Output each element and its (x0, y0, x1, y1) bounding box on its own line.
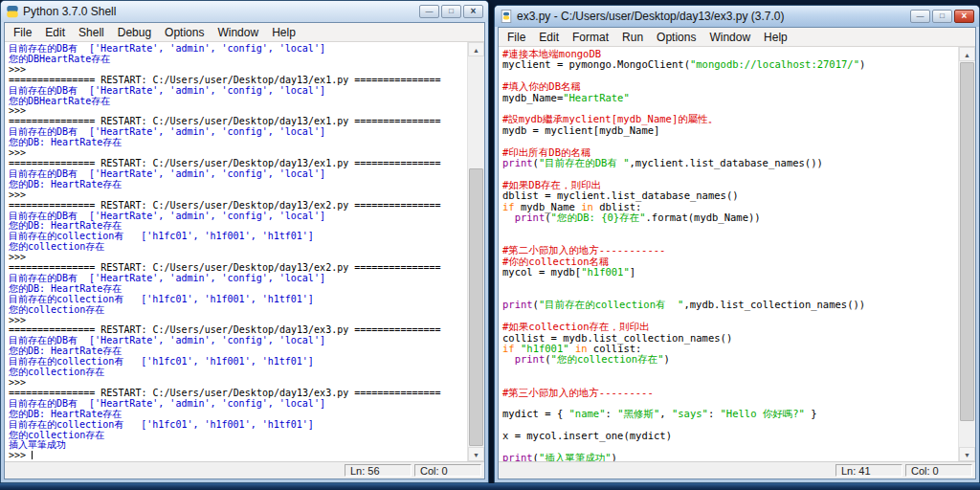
text-segment: =============== RESTART: C:/Users/user/D… (9, 262, 441, 273)
text-segment: #你的collection名稱 (502, 256, 610, 267)
menu-item-options[interactable]: Options (650, 29, 702, 46)
text-segment: print (502, 157, 533, 168)
text-segment: =============== RESTART: C:/Users/user/D… (9, 116, 441, 126)
text-segment: >>> (9, 64, 32, 75)
shell-scrollbar-thumb[interactable] (469, 168, 483, 446)
code-line (502, 278, 959, 289)
menu-item-edit[interactable]: Edit (38, 24, 72, 41)
menu-item-file[interactable]: File (7, 24, 38, 41)
menu-item-run[interactable]: Run (615, 29, 650, 46)
text-segment: #連接本地端mongoDB (502, 48, 601, 59)
menu-item-debug[interactable]: Debug (111, 24, 158, 41)
text-segment: } (805, 408, 817, 419)
text-segment: "name" (569, 408, 606, 419)
text-segment: "HeartRate" (563, 92, 630, 103)
maximize-button[interactable]: □ (932, 10, 952, 23)
menu-item-shell[interactable]: Shell (72, 24, 111, 41)
shell-line: 您的collection存在 (9, 242, 468, 253)
text-segment: =============== RESTART: C:/Users/user/D… (9, 324, 441, 335)
python-file-icon (500, 10, 513, 23)
shell-content: 目前存在的DB有 ['HeartRate', 'admin', 'config'… (5, 42, 484, 461)
text-segment: 插入單筆成功 (9, 439, 66, 450)
text-segment: 目前存在的collection有 ['h1fc01', 'h1f001', 'h… (9, 294, 314, 304)
text-segment: =============== RESTART: C:/Users/user/D… (9, 200, 441, 211)
text-segment: 您的collection存在 (9, 367, 104, 377)
text-segment: >>> (9, 315, 32, 325)
text-segment: in (575, 343, 588, 354)
editor-titlebar[interactable]: ex3.py - C:/Users/user/Desktop/day13/ex3… (495, 6, 979, 27)
text-segment: "mongodb://localhost:27017/" (690, 58, 859, 70)
text-segment (502, 353, 515, 365)
text-segment: "插入單筆成功" (539, 452, 612, 461)
text-segment: 您的DB: HeartRate存在 (9, 220, 122, 231)
scroll-up-icon[interactable]: ▲ (959, 47, 975, 61)
shell-line: 您的DB: HeartRate存在 (9, 180, 468, 190)
shell-titlebar[interactable]: Python 3.7.0 Shell — □ × (1, 1, 488, 22)
text-segment: , (659, 408, 672, 419)
shell-line: 插入單筆成功 (9, 440, 468, 451)
menu-item-options[interactable]: Options (158, 24, 211, 41)
text-segment: #第三小節加入的地方--------- (502, 387, 654, 398)
code-line: mydb_Name="HeartRate" (502, 93, 959, 103)
text-segment: "h1f001" (581, 266, 630, 278)
text-segment: collist: (588, 343, 642, 354)
close-button[interactable]: × (463, 5, 483, 18)
shell-output[interactable]: 目前存在的DB有 ['HeartRate', 'admin', 'config'… (5, 42, 468, 461)
text-segment: 目前存在的DB有 ['HeartRate', 'admin', 'config'… (9, 85, 325, 96)
menu-item-format[interactable]: Format (566, 29, 615, 46)
text-segment: 目前存在的collection有 ['h1fc01', 'h1f001', 'h… (9, 419, 314, 430)
text-segment: : (605, 408, 617, 419)
text-segment: =============== RESTART: C:/Users/user/D… (9, 75, 441, 85)
text-segment: if (502, 201, 515, 212)
scroll-down-icon[interactable]: ▼ (959, 447, 975, 461)
shell-line: >>> (9, 451, 468, 461)
text-segment: 您的DB: HeartRate存在 (9, 345, 122, 356)
line-indicator: Ln: 56 (345, 464, 412, 477)
python-icon (6, 5, 19, 18)
editor-window-title: ex3.py - C:/Users/user/Desktop/day13/ex3… (517, 10, 906, 23)
text-segment: "says" (672, 408, 708, 419)
editor-menubar: FileEditFormatRunOptionsWindowHelp (499, 28, 975, 47)
text-segment: 您的DB: HeartRate存在 (9, 283, 122, 294)
editor-window: ex3.py - C:/Users/user/Desktop/day13/ex3… (494, 5, 980, 483)
text-segment: "您的collection存在" (551, 353, 664, 365)
scroll-up-icon[interactable]: ▲ (468, 42, 484, 56)
text-segment: mydict = { (502, 408, 569, 419)
maximize-button[interactable]: □ (441, 5, 461, 18)
text-segment: #印出所有DB的名稱 (502, 146, 590, 158)
menu-item-help[interactable]: Help (757, 29, 794, 46)
text-segment: ) (859, 58, 865, 70)
desktop: Python 3.7.0 Shell — □ × FileEditShellDe… (0, 0, 980, 490)
text-segment: =============== RESTART: C:/Users/user/D… (9, 388, 441, 398)
minimize-button[interactable]: — (910, 10, 930, 23)
menu-item-edit[interactable]: Edit (532, 29, 566, 46)
code-line: mydict = { "name": "黑修斯", "says": "Hello… (502, 409, 959, 419)
text-segment (502, 212, 515, 223)
text-segment: x = mycol.insert_one(mydict) (502, 430, 672, 441)
code-line: print("目前存在的collection有 ",mydb.list_coll… (502, 300, 959, 310)
text-segment: "您的DB: {0}存在" (551, 212, 646, 223)
menu-item-window[interactable]: Window (702, 29, 757, 46)
menu-item-file[interactable]: File (501, 29, 532, 46)
editor-scrollbar-thumb[interactable] (960, 62, 974, 421)
menu-item-window[interactable]: Window (211, 24, 265, 41)
text-segment: : (708, 408, 721, 419)
taskbar[interactable] (0, 483, 980, 490)
code-line: print("插入單筆成功") (502, 453, 959, 461)
editor-scrollbar[interactable]: ▲ ▼ (958, 47, 975, 461)
shell-scrollbar[interactable]: ▲ ▼ (467, 42, 484, 461)
text-segment: mydb = myclient[mydb_Name] (502, 124, 659, 136)
text-segment: 目前存在的DB有 ['HeartRate', 'admin', 'config'… (9, 335, 325, 345)
editor-content: #連接本地端mongoDBmyclient = pymongo.MongoCli… (499, 47, 975, 461)
close-button[interactable]: × (954, 10, 974, 23)
menu-item-help[interactable]: Help (265, 24, 302, 41)
code-line (502, 224, 959, 234)
scroll-down-icon[interactable]: ▼ (468, 447, 484, 461)
text-segment: dblist = myclient.list_database_names() (502, 189, 739, 201)
code-line: myclient = pymongo.MongoClient("mongodb:… (502, 59, 959, 70)
minimize-button[interactable]: — (419, 5, 439, 18)
code-line: #第三小節加入的地方--------- (502, 388, 959, 398)
shell-statusbar: Ln: 56 Col: 0 (5, 461, 484, 479)
code-editor[interactable]: #連接本地端mongoDBmyclient = pymongo.MongoCli… (499, 47, 959, 461)
editor-window-controls: — □ × (910, 10, 974, 23)
